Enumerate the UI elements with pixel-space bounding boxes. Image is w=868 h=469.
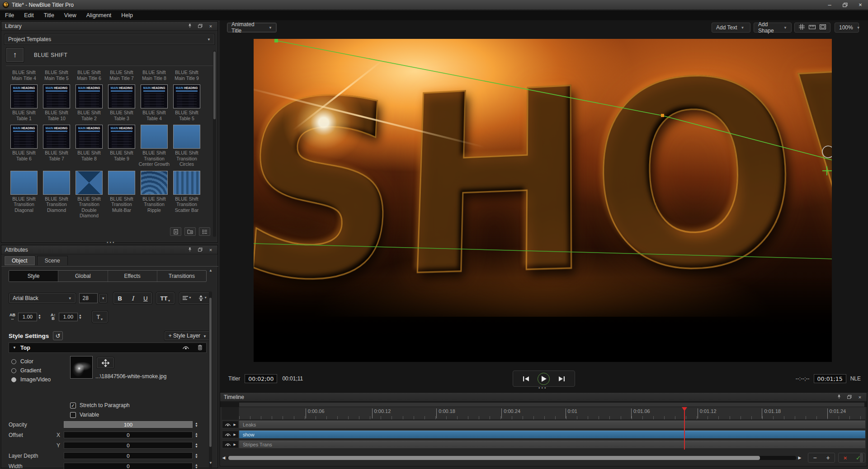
subtab-transitions[interactable]: Transitions	[157, 271, 206, 281]
template-thumbnail[interactable]	[173, 125, 200, 149]
skip-to-end-button[interactable]	[559, 376, 565, 381]
template-thumbnail[interactable]: MAIN HEADING	[173, 84, 200, 108]
template-item[interactable]: BLUE Shift Transition Diamond	[40, 169, 73, 221]
template-thumbnail[interactable]	[141, 125, 168, 149]
bold-button[interactable]: B	[113, 295, 126, 302]
template-thumbnail[interactable]	[75, 171, 103, 195]
view-options-button[interactable]	[199, 227, 210, 236]
image-position-button[interactable]	[96, 357, 114, 369]
template-item[interactable]: BLUE Shift Transition Ripple	[138, 169, 170, 221]
close-button[interactable]: ×	[853, 0, 868, 9]
template-item[interactable]: BLUE Shift Main Title 7	[105, 67, 138, 83]
nle-timecode-input[interactable]: 00:01;15	[814, 374, 846, 383]
close-panel-icon[interactable]: ×	[208, 23, 214, 29]
menu-help[interactable]: Help	[116, 10, 138, 20]
align-button[interactable]: ▼	[179, 296, 195, 301]
param-stepper[interactable]: ▲▼	[195, 453, 198, 459]
caps-button[interactable]: TT▼	[156, 292, 175, 305]
template-thumbnail[interactable]	[173, 171, 200, 195]
restore-panel-icon[interactable]	[197, 23, 203, 29]
tab-scene[interactable]: Scene	[37, 256, 68, 265]
minimize-button[interactable]: –	[822, 0, 837, 9]
timeline-scrollbar-thumb[interactable]	[228, 456, 760, 460]
subtab-style[interactable]: Style	[9, 271, 58, 281]
folder-up-button[interactable]: ↑	[6, 47, 24, 62]
scroll-down-icon[interactable]: ▼	[209, 461, 212, 465]
template-item[interactable]: BLUE Shift Main Title 6	[73, 67, 105, 83]
layer-visibility-icon[interactable]	[182, 344, 189, 352]
import-template-button[interactable]	[170, 227, 181, 236]
template-thumbnail[interactable]	[10, 171, 38, 195]
track-expand-icon[interactable]: ▶	[233, 443, 236, 446]
pin-icon[interactable]	[836, 394, 842, 400]
template-thumbnail[interactable]: MAIN HEADING	[108, 84, 135, 108]
stretch-checkbox[interactable]: ✓	[70, 403, 76, 408]
template-item[interactable]: BLUE Shift Main Title 9	[170, 67, 203, 83]
track-expand-icon[interactable]: ▶	[233, 433, 236, 436]
panel-splitter-handle[interactable]: •••	[538, 385, 547, 390]
font-size-dropdown[interactable]: ▼	[99, 293, 108, 303]
template-item[interactable]: MAIN HEADINGBLUE Shift Table 9	[105, 123, 138, 169]
track-visibility-icon[interactable]	[225, 421, 231, 429]
grid-toggle-icon[interactable]	[799, 24, 805, 31]
library-scrollbar[interactable]	[213, 51, 216, 237]
template-category-dropdown[interactable]: Project Templates ▼	[4, 34, 215, 45]
template-thumbnail[interactable]: MAIN HEADING	[10, 84, 38, 108]
zoom-in-button[interactable]: +	[821, 453, 835, 462]
param-stepper[interactable]: ▲▼	[195, 443, 198, 448]
leading-stepper[interactable]: ▲▼	[79, 314, 82, 319]
param-value-slider[interactable]: 100	[64, 421, 193, 428]
pin-icon[interactable]	[187, 247, 193, 253]
param-value-input[interactable]: 0	[64, 452, 193, 459]
template-thumbnail[interactable]: MAIN HEADING	[43, 125, 70, 149]
font-family-dropdown[interactable]: Arial Black ▼	[9, 293, 76, 304]
fill-option-image-video[interactable]: Image/Video	[11, 375, 51, 384]
template-thumbnail[interactable]: MAIN HEADING	[43, 84, 70, 108]
radio-button[interactable]	[11, 377, 16, 382]
zoom-out-button[interactable]: −	[808, 453, 821, 462]
attributes-scrollbar[interactable]	[209, 291, 212, 469]
delete-layer-icon[interactable]	[198, 344, 203, 352]
subtab-global[interactable]: Global	[58, 271, 108, 281]
title-preset-dropdown[interactable]: Animated Title ▼	[227, 23, 277, 33]
menu-view[interactable]: View	[59, 10, 81, 20]
template-item[interactable]: MAIN HEADINGBLUE Shift Table 2	[73, 83, 105, 123]
library-header[interactable]: Library ×	[1, 22, 217, 31]
font-size-input[interactable]: 28	[79, 293, 98, 303]
tracking-stepper[interactable]: ▲▼	[38, 314, 41, 319]
param-value-input[interactable]: 0	[64, 463, 193, 469]
template-thumbnail[interactable]: MAIN HEADING	[141, 84, 168, 108]
scroll-up-icon[interactable]: ▲	[209, 268, 212, 272]
attributes-header[interactable]: Attributes ×	[1, 245, 217, 254]
subtab-effects[interactable]: Effects	[108, 271, 157, 281]
template-item[interactable]: BLUE Shift Main Title 4	[8, 67, 40, 83]
zoom-level-dropdown[interactable]: 100%▼	[835, 23, 859, 33]
preview-canvas[interactable]: SHOW	[254, 39, 832, 362]
track-visibility-icon[interactable]	[225, 441, 231, 449]
template-item[interactable]: BLUE Shift Transition Mulit-Bar	[105, 169, 138, 221]
track-header[interactable]: ▶	[222, 441, 239, 448]
pin-icon[interactable]	[187, 23, 193, 29]
template-thumbnail[interactable]	[108, 171, 135, 195]
menu-alignment[interactable]: Alignment	[81, 10, 117, 20]
track-expand-icon[interactable]: ▶	[233, 423, 236, 427]
menu-edit[interactable]: Edit	[19, 10, 39, 20]
param-stepper[interactable]: ▲▼	[195, 464, 198, 469]
scroll-left-icon[interactable]: ◀	[220, 455, 227, 460]
restore-panel-icon[interactable]	[846, 394, 853, 400]
track-header[interactable]: ▶	[222, 421, 239, 428]
template-item[interactable]: BLUE Shift Transition Diagonal	[8, 169, 40, 221]
radio-button[interactable]	[11, 359, 16, 364]
leading-input[interactable]: 1.00	[59, 313, 78, 321]
cancel-button[interactable]: ×	[839, 453, 852, 462]
template-thumbnail[interactable]: MAIN HEADING	[75, 125, 103, 149]
template-item[interactable]: MAIN HEADINGBLUE Shift Table 6	[8, 123, 40, 169]
template-item[interactable]: MAIN HEADINGBLUE Shift Table 1	[8, 83, 40, 123]
template-item[interactable]: BLUE Shift Transition Circles	[170, 123, 203, 169]
template-item[interactable]: MAIN HEADINGBLUE Shift Table 7	[40, 123, 73, 169]
safe-area-toggle-icon[interactable]	[820, 24, 826, 31]
template-item[interactable]: BLUE Shift Transition Double Diamond	[73, 169, 105, 221]
template-item[interactable]: MAIN HEADINGBLUE Shift Table 5	[170, 83, 203, 123]
italic-button[interactable]: I	[126, 295, 139, 302]
track-visibility-icon[interactable]	[225, 431, 231, 439]
